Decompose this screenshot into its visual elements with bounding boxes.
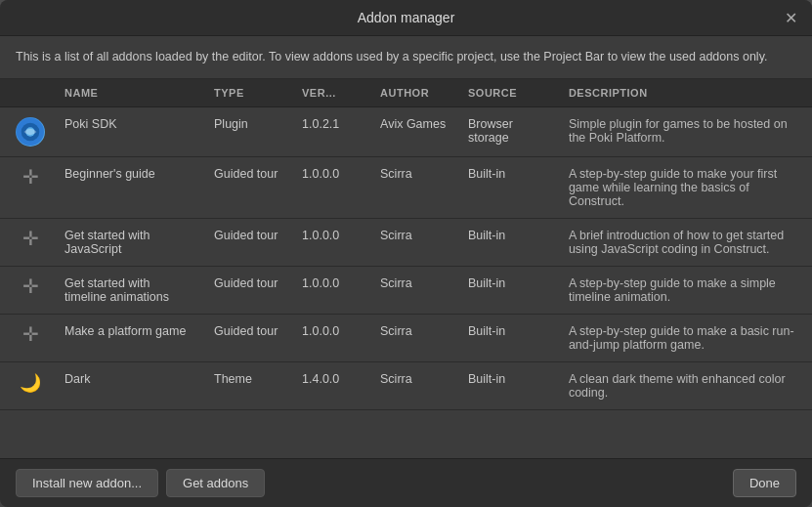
dialog-title: Addon manager: [358, 10, 455, 25]
col-name: NAME: [55, 79, 204, 107]
addon-icon-cell: ✛: [0, 218, 55, 266]
addon-name: Get started with JavaScript: [55, 218, 204, 266]
addon-name: Get started with timeline animations: [55, 266, 204, 314]
addon-author: Scirra: [370, 156, 458, 218]
install-addon-button[interactable]: Install new addon...: [16, 469, 158, 497]
cross-icon: ✛: [22, 229, 39, 248]
addon-manager-dialog: Addon manager ✕ This is a list of all ad…: [0, 0, 812, 507]
addon-name: Poki SDK: [55, 106, 204, 156]
addon-description: A brief introduction of how to get start…: [559, 218, 812, 266]
addon-type: Guided tour: [204, 314, 292, 361]
addon-source: Built-in: [458, 314, 559, 361]
footer-left: Install new addon... Get addons: [16, 469, 265, 497]
addon-version: 1.0.0.0: [292, 314, 370, 361]
addon-description: A clean dark theme with enhanced color c…: [559, 361, 812, 409]
addon-author: Scirra: [370, 361, 458, 409]
addon-author: Scirra: [370, 218, 458, 266]
addon-type: Guided tour: [204, 218, 292, 266]
addon-type: Guided tour: [204, 156, 292, 218]
addon-version: 1.0.0.0: [292, 218, 370, 266]
table-row[interactable]: ✛Make a platform gameGuided tour1.0.0.0S…: [0, 314, 812, 361]
close-button[interactable]: ✕: [781, 8, 800, 27]
table-header-row: NAME TYPE VER... AUTHOR SOURCE DESCRIPTI…: [0, 79, 812, 107]
addon-source: Built-in: [458, 156, 559, 218]
col-icon: [0, 79, 55, 107]
addon-icon-cell: ✛: [0, 266, 55, 314]
table-row[interactable]: 🌙DarkTheme1.4.0.0ScirraBuilt-inA clean d…: [0, 361, 812, 409]
addons-table-container: NAME TYPE VER... AUTHOR SOURCE DESCRIPTI…: [0, 79, 812, 458]
addon-source: Built-in: [458, 361, 559, 409]
table-row[interactable]: Poki SDKPlugin1.0.2.1Avix GamesBrowser s…: [0, 106, 812, 156]
poki-icon: [16, 117, 45, 147]
addon-type: Guided tour: [204, 266, 292, 314]
addon-name: Beginner's guide: [55, 156, 204, 218]
addon-name: Make a platform game: [55, 314, 204, 361]
table-row[interactable]: ✛Beginner's guideGuided tour1.0.0.0Scirr…: [0, 156, 812, 218]
get-addons-button[interactable]: Get addons: [166, 469, 265, 497]
addon-version: 1.0.0.0: [292, 156, 370, 218]
addon-description: A step-by-step guide to make a basic run…: [559, 314, 812, 361]
cross-icon: ✛: [22, 276, 39, 296]
cross-icon: ✛: [22, 324, 39, 344]
addon-version: 1.4.0.0: [292, 361, 370, 409]
addons-table: NAME TYPE VER... AUTHOR SOURCE DESCRIPTI…: [0, 79, 812, 410]
addon-icon-cell: ✛: [0, 156, 55, 218]
addon-icon-cell: 🌙: [0, 361, 55, 409]
title-bar: Addon manager ✕: [0, 0, 812, 36]
col-source: SOURCE: [458, 79, 559, 107]
addon-description: A step-by-step guide to make your first …: [559, 156, 812, 218]
addon-type: Plugin: [204, 106, 292, 156]
addon-author: Scirra: [370, 314, 458, 361]
table-row[interactable]: ✛Get started with timeline animationsGui…: [0, 266, 812, 314]
addon-version: 1.0.2.1: [292, 106, 370, 156]
addon-source: Built-in: [458, 266, 559, 314]
addon-source: Built-in: [458, 218, 559, 266]
col-version: VER...: [292, 79, 370, 107]
addon-source: Browser storage: [458, 106, 559, 156]
table-row[interactable]: ✛Get started with JavaScriptGuided tour1…: [0, 218, 812, 266]
addon-version: 1.0.0.0: [292, 266, 370, 314]
addon-icon-cell: [0, 106, 55, 156]
addon-author: Scirra: [370, 266, 458, 314]
addon-author: Avix Games: [370, 106, 458, 156]
addon-icon-cell: ✛: [0, 314, 55, 361]
cross-icon: ✛: [22, 167, 39, 187]
done-button[interactable]: Done: [733, 469, 796, 497]
addon-description: A step-by-step guide to make a simple ti…: [559, 266, 812, 314]
moon-icon: 🌙: [20, 372, 41, 394]
addon-description: Simple plugin for games to be hosted on …: [559, 106, 812, 156]
col-type: TYPE: [204, 79, 292, 107]
col-description: DESCRIPTION: [559, 79, 812, 107]
dialog-description: This is a list of all addons loaded by t…: [0, 36, 812, 79]
addon-type: Theme: [204, 361, 292, 409]
col-author: AUTHOR: [370, 79, 458, 107]
addon-name: Dark: [55, 361, 204, 409]
dialog-footer: Install new addon... Get addons Done: [0, 458, 812, 507]
